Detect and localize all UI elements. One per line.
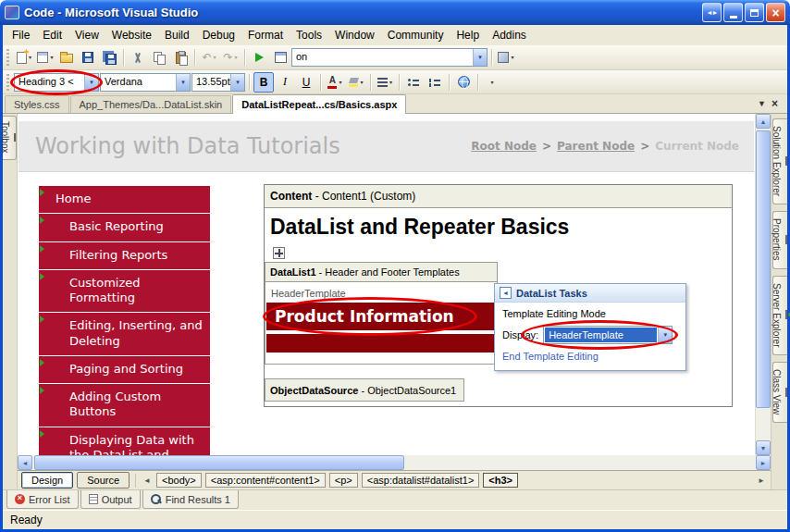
breadcrumb-parent-link[interactable]: Parent Node: [557, 140, 635, 153]
menu-view[interactable]: View: [68, 26, 105, 44]
output-tab[interactable]: Output: [80, 490, 141, 509]
toolbar-grip[interactable]: [6, 74, 9, 91]
tag-asp-datalist[interactable]: <asp:datalist#datalist1>: [362, 473, 480, 488]
preview-button[interactable]: [270, 47, 290, 68]
display-template-combo[interactable]: HeaderTemplate ▼: [543, 326, 673, 344]
cut-button[interactable]: [128, 47, 148, 68]
vertical-scroll-track[interactable]: [756, 129, 771, 440]
new-item-button[interactable]: ▾: [14, 47, 34, 68]
paste-button[interactable]: [170, 47, 191, 68]
server-explorer-tab[interactable]: Server Explorer: [772, 276, 787, 355]
bold-button[interactable]: B: [253, 72, 274, 93]
highlight-button[interactable]: ▾: [346, 72, 366, 93]
collapse-tasks-button[interactable]: ◄: [500, 287, 512, 299]
nav-item-adding-custom-buttons[interactable]: Adding Custom Buttons: [39, 384, 210, 427]
menu-format[interactable]: Format: [241, 26, 290, 44]
content-region[interactable]: Content - Content1 (Custom) DataList and…: [264, 184, 733, 407]
menu-file[interactable]: File: [6, 26, 36, 44]
horizontal-scroll-thumb[interactable]: [34, 455, 404, 470]
menu-website[interactable]: Website: [105, 26, 158, 44]
underline-button[interactable]: U: [296, 72, 316, 93]
menu-addins[interactable]: Addins: [486, 26, 533, 44]
vertical-scroll-thumb[interactable]: [756, 130, 771, 408]
nav-item-customized-formatting[interactable]: Customized Formatting: [39, 270, 210, 314]
nav-item-home[interactable]: Home: [39, 186, 210, 214]
tag-asp-content[interactable]: <asp:content#content1>: [205, 473, 326, 488]
properties-tab[interactable]: Properties: [772, 211, 787, 269]
open-file-button[interactable]: [56, 47, 77, 68]
numbered-list-button[interactable]: [425, 72, 445, 93]
tag-body[interactable]: <body>: [156, 473, 202, 488]
move-handle[interactable]: [273, 247, 285, 259]
find-results-tab[interactable]: Find Results 1: [142, 490, 239, 509]
align-button[interactable]: ▾: [375, 72, 395, 93]
menu-build[interactable]: Build: [158, 26, 196, 44]
undo-button[interactable]: ↶▾: [199, 47, 219, 68]
style-combo[interactable]: Heading 3 < ▼: [14, 73, 99, 92]
horizontal-scrollbar[interactable]: ◄ ►: [18, 455, 771, 470]
font-combo-dropdown-button[interactable]: ▼: [176, 74, 190, 91]
nav-item-displaying-data[interactable]: Displaying Data with the DataList and: [39, 427, 210, 456]
menu-edit[interactable]: Edit: [36, 26, 68, 44]
nav-item-paging-sorting[interactable]: Paging and Sorting: [39, 356, 210, 384]
class-view-tab[interactable]: Class View: [772, 362, 787, 423]
end-template-editing-link[interactable]: End Template Editing: [502, 351, 678, 362]
font-size-combo[interactable]: 13.55pt ▼: [191, 73, 245, 92]
tab-basics-aspx[interactable]: DataListRepeat...cs/Basics.aspx: [232, 94, 406, 114]
display-template-dropdown-button[interactable]: ▼: [658, 327, 672, 343]
run-combo[interactable]: on ▼: [291, 48, 488, 67]
tag-p[interactable]: <p>: [329, 473, 358, 488]
add-new-item-button[interactable]: ▾: [35, 47, 56, 68]
toolbox-tab[interactable]: Toolbox: [3, 116, 17, 160]
tag-h3[interactable]: <h3>: [483, 473, 518, 488]
chevron-down-icon[interactable]: ▼: [758, 100, 766, 108]
toolbar-grip[interactable]: [6, 49, 9, 66]
scroll-down-button[interactable]: ▼: [756, 440, 771, 455]
nav-item-basic-reporting[interactable]: Basic Reporting: [39, 214, 210, 241]
bullet-list-button[interactable]: [403, 72, 424, 93]
solution-explorer-tab[interactable]: Solution Explorer: [772, 118, 787, 204]
menu-window[interactable]: Window: [328, 26, 381, 44]
menu-community[interactable]: Community: [381, 26, 451, 44]
font-size-combo-dropdown-button[interactable]: ▼: [230, 74, 244, 91]
design-surface[interactable]: Working with Data Tutorials Root Node > …: [18, 114, 755, 455]
redo-button[interactable]: ↷▾: [220, 47, 241, 68]
window-arrows-button[interactable]: ◄►: [702, 3, 722, 22]
design-view-button[interactable]: Design: [21, 472, 73, 489]
horizontal-scroll-track[interactable]: [32, 455, 756, 470]
objectdatasource-control[interactable]: ObjectDataSource - ObjectDataSource1: [265, 378, 464, 402]
breadcrumb-root-link[interactable]: Root Node: [471, 140, 537, 153]
product-information-header[interactable]: Product Information: [266, 303, 496, 330]
italic-button[interactable]: I: [275, 72, 295, 93]
save-button[interactable]: [78, 47, 98, 68]
tag-scroll-right-button[interactable]: ►: [756, 476, 767, 486]
template-editing-area[interactable]: HeaderTemplate Product Information: [265, 282, 498, 365]
scroll-right-button[interactable]: ►: [756, 455, 771, 470]
close-button[interactable]: ×: [766, 3, 785, 22]
font-combo[interactable]: Verdana ▼: [100, 73, 191, 92]
font-color-button[interactable]: A▾: [325, 72, 345, 93]
run-combo-dropdown-button[interactable]: ▼: [473, 49, 487, 66]
close-document-icon[interactable]: ×: [771, 97, 778, 110]
menu-tools[interactable]: Tools: [290, 26, 328, 44]
start-debug-button[interactable]: [249, 47, 269, 68]
scroll-left-button[interactable]: ◄: [18, 455, 32, 470]
tab-styles-css[interactable]: Styles.css: [5, 95, 69, 113]
menu-help[interactable]: Help: [450, 26, 486, 44]
datalist-control[interactable]: DataList1 - Header and Footer Templates …: [265, 262, 498, 365]
save-all-button[interactable]: [99, 47, 119, 68]
tag-scroll-left-button[interactable]: ◄: [142, 476, 153, 486]
hyperlink-button[interactable]: [453, 72, 474, 93]
nav-item-editing-inserting-deleting[interactable]: Editing, Inserting, and Deleting: [39, 313, 210, 356]
menu-debug[interactable]: Debug: [196, 26, 241, 44]
minimize-button[interactable]: [723, 3, 743, 22]
vertical-scrollbar[interactable]: ▲ ▼: [755, 114, 771, 455]
tab-datalist-skin[interactable]: App_Themes/Da...DataList.skin: [70, 95, 232, 113]
toolbar-options-button[interactable]: ▾: [496, 47, 516, 68]
scroll-up-button[interactable]: ▲: [756, 114, 771, 129]
error-list-tab[interactable]: Error List: [6, 490, 79, 509]
style-combo-dropdown-button[interactable]: ▼: [84, 74, 98, 91]
copy-button[interactable]: [149, 47, 169, 68]
source-view-button[interactable]: Source: [77, 472, 130, 489]
maximize-button[interactable]: [745, 3, 764, 22]
